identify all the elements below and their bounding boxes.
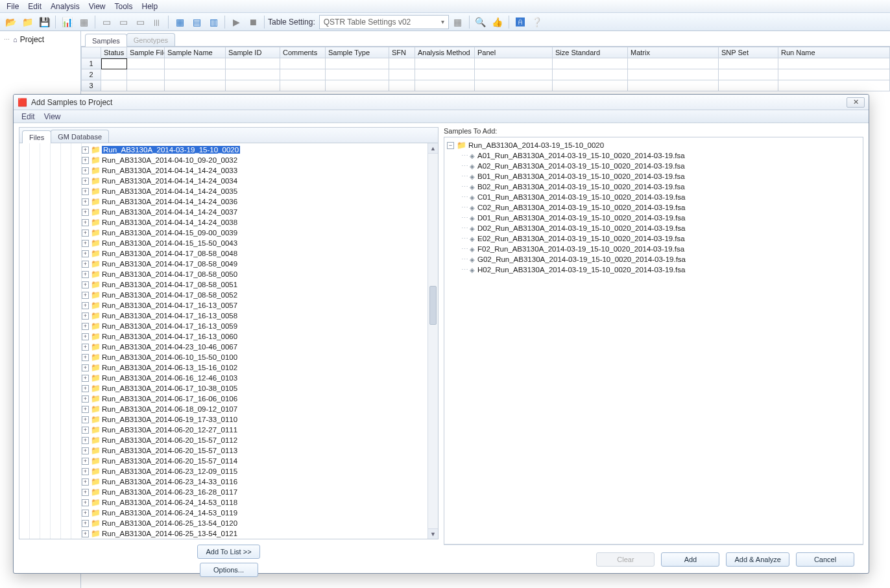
- grid-cell[interactable]: [165, 80, 226, 91]
- project-root[interactable]: ⋯ ⌂ Project: [3, 34, 78, 45]
- expand-icon[interactable]: +: [82, 478, 89, 486]
- tab-genotypes[interactable]: Genotypes: [126, 33, 175, 46]
- expand-icon[interactable]: +: [82, 261, 89, 268]
- folder-item[interactable]: +📁Run_AB3130A_2014-04-17_08-58_0051: [82, 279, 438, 290]
- sample-item[interactable]: ⋯◈C02_Run_AB3130A_2014-03-19_15-10_0020_…: [461, 202, 860, 213]
- table-setting-combo[interactable]: QSTR Table Settings v02 ▾: [319, 15, 449, 29]
- expand-icon[interactable]: +: [82, 406, 89, 413]
- grid-cell[interactable]: [778, 69, 890, 80]
- folder-item[interactable]: +📁Run_AB3130A_2014-06-20_12-27_0111: [82, 425, 438, 435]
- scroll-up-icon[interactable]: ▲: [428, 143, 438, 154]
- folder-item[interactable]: +📁Run_AB3130A_2014-04-17_16-13_0060: [82, 331, 438, 342]
- folder-item[interactable]: +📁Run_AB3130A_2014-04-14_14-24_0036: [82, 196, 438, 207]
- folder-item[interactable]: +📁Run_AB3130A_2014-06-25_13-54_0121: [82, 528, 438, 539]
- tab-samples[interactable]: Samples: [85, 34, 127, 47]
- folder-item[interactable]: +📁Run_AB3130A_2014-06-16_12-46_0103: [82, 373, 438, 383]
- col-analysis-method[interactable]: Analysis Method: [415, 47, 475, 58]
- folder-item[interactable]: +📁Run_AB3130A_2014-04-15_09-00_0039: [82, 228, 438, 238]
- grid-cell[interactable]: [127, 58, 165, 69]
- col-sample-file[interactable]: Sample File: [127, 47, 165, 58]
- grid-cell[interactable]: [280, 69, 326, 80]
- folder-item[interactable]: +📁Run_AB3130A_2014-04-17_08-58_0050: [82, 269, 438, 279]
- folder-item[interactable]: +📁Run_AB3130A_2014-04-10_09-20_0032: [82, 155, 438, 165]
- expand-icon[interactable]: +: [82, 499, 89, 506]
- expand-icon[interactable]: +: [82, 147, 89, 154]
- grid-cell[interactable]: [475, 58, 553, 69]
- folder-item[interactable]: +📁Run_AB3130A_2014-04-17_08-58_0052: [82, 290, 438, 300]
- col-snp-set[interactable]: SNP Set: [719, 47, 778, 58]
- grid-cell[interactable]: [127, 69, 165, 80]
- save-icon[interactable]: 💾: [36, 15, 52, 29]
- samples-to-add-tree[interactable]: − 📁 Run_AB3130A_2014-03-19_15-10_0020 ⋯◈…: [444, 137, 863, 545]
- expand-icon[interactable]: +: [82, 157, 89, 164]
- folder-item[interactable]: +📁Run_AB3130A_2014-04-14_14-24_0035: [82, 186, 438, 196]
- menu-help[interactable]: Help: [138, 1, 162, 12]
- grid-cell[interactable]: [280, 58, 326, 69]
- grid-cell[interactable]: [389, 58, 415, 69]
- help-icon[interactable]: ❔: [529, 15, 545, 29]
- clear-button[interactable]: Clear: [596, 552, 655, 567]
- grid-cell[interactable]: [719, 58, 778, 69]
- grid-cell[interactable]: [101, 80, 127, 91]
- scroll-down-icon[interactable]: ▼: [428, 528, 438, 539]
- sample-item[interactable]: ⋯◈G02_Run_AB3130A_2014-03-19_15-10_0020_…: [461, 254, 860, 265]
- folder-item[interactable]: +📁Run_AB3130A_2014-06-23_16-28_0117: [82, 487, 438, 497]
- grid-cell[interactable]: [475, 69, 553, 80]
- expand-icon[interactable]: +: [82, 167, 89, 174]
- folder-item[interactable]: +📁Run_AB3130A_2014-06-17_16-06_0106: [82, 394, 438, 404]
- expand-icon[interactable]: +: [82, 510, 89, 517]
- view-table-icon[interactable]: ▥: [206, 15, 221, 29]
- col-sample-name[interactable]: Sample Name: [165, 47, 226, 58]
- sample-item[interactable]: ⋯◈B01_Run_AB3130A_2014-03-19_15-10_0020_…: [461, 171, 860, 182]
- expand-icon[interactable]: +: [82, 281, 89, 288]
- folder-item[interactable]: +📁Run_AB3130A_2014-06-10_15-50_0100: [82, 352, 438, 362]
- menu-tools[interactable]: Tools: [111, 1, 137, 12]
- grid-cell[interactable]: [415, 69, 475, 80]
- menu-edit[interactable]: Edit: [24, 1, 45, 12]
- grid-cell[interactable]: [628, 69, 719, 80]
- expand-icon[interactable]: +: [82, 437, 89, 444]
- grid-cell[interactable]: [226, 80, 280, 91]
- folder-item[interactable]: +📁Run_AB3130A_2014-06-24_14-53_0119: [82, 508, 438, 518]
- expand-icon[interactable]: +: [82, 530, 89, 537]
- add-analyze-button[interactable]: Add & Analyze: [726, 552, 789, 567]
- menu-view[interactable]: View: [85, 1, 110, 12]
- grid-row[interactable]: 2: [82, 69, 890, 80]
- grid-cell[interactable]: [326, 69, 389, 80]
- folder-item[interactable]: +📁Run_AB3130A_2014-04-14_14-24_0037: [82, 207, 438, 217]
- sample-item[interactable]: ⋯◈D01_Run_AB3130A_2014-03-19_15-10_0020_…: [461, 213, 860, 223]
- folder-item[interactable]: +📁Run_AB3130A_2014-06-18_09-12_0107: [82, 404, 438, 414]
- expand-icon[interactable]: +: [82, 375, 89, 382]
- folder-item[interactable]: +📁Run_AB3130A_2014-06-24_14-53_0118: [82, 497, 438, 508]
- expand-icon[interactable]: +: [82, 209, 89, 216]
- dialog-close-icon[interactable]: ✕: [847, 97, 865, 108]
- expand-icon[interactable]: +: [82, 178, 89, 185]
- expand-icon[interactable]: +: [82, 458, 89, 465]
- col-panel[interactable]: Panel: [475, 47, 553, 58]
- folder-item[interactable]: +📁Run_AB3130A_2014-04-17_16-13_0059: [82, 321, 438, 331]
- sample-item[interactable]: ⋯◈A01_Run_AB3130A_2014-03-19_15-10_0020_…: [461, 150, 860, 161]
- grid-cell[interactable]: [415, 80, 475, 91]
- grid-cell[interactable]: [127, 80, 165, 91]
- dialog-menu-edit[interactable]: Edit: [18, 111, 39, 123]
- expand-icon[interactable]: +: [82, 344, 89, 351]
- col-matrix[interactable]: Matrix: [628, 47, 719, 58]
- grid-row[interactable]: 3: [82, 80, 890, 91]
- col-size-standard[interactable]: Size Standard: [553, 47, 628, 58]
- zoom-tool-icon[interactable]: 🔍: [473, 15, 488, 29]
- samples-grid[interactable]: Status Sample File Sample Name Sample ID…: [81, 47, 890, 91]
- grid-cell[interactable]: [326, 80, 389, 91]
- add-folder-icon[interactable]: 📁: [19, 15, 35, 29]
- expand-icon[interactable]: +: [82, 354, 89, 361]
- grid-cell[interactable]: [415, 58, 475, 69]
- grid-cell[interactable]: [389, 80, 415, 91]
- add-button[interactable]: Add: [661, 552, 719, 567]
- dialog-menu-view[interactable]: View: [40, 111, 65, 123]
- col-sample-id[interactable]: Sample ID: [226, 47, 280, 58]
- grid-cell[interactable]: [553, 58, 628, 69]
- folder-item[interactable]: +📁Run_AB3130A_2014-06-17_10-38_0105: [82, 383, 438, 394]
- expand-icon[interactable]: +: [82, 468, 89, 475]
- expand-icon[interactable]: +: [82, 427, 89, 434]
- dialog-titlebar[interactable]: 🟥 Add Samples to Project ✕: [14, 95, 869, 110]
- grid-cell[interactable]: [778, 80, 890, 91]
